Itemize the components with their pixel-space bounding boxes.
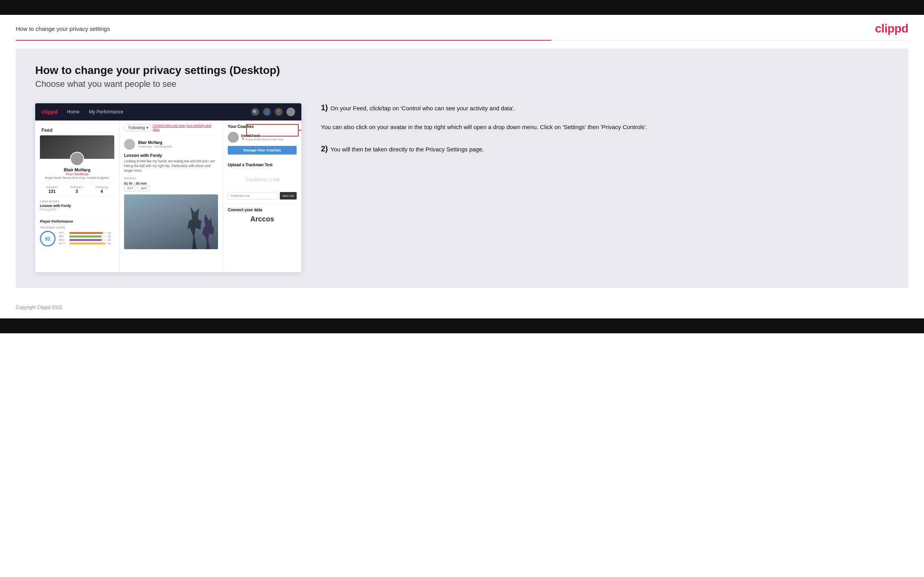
- post-body: Looking to feel like my hands are exitin…: [124, 159, 218, 173]
- instruction-number-1: 1): [321, 103, 328, 112]
- user-name: Blair McHarg: [40, 167, 114, 172]
- header-divider: [16, 40, 908, 41]
- trackman-input-row: Add Link: [228, 192, 297, 200]
- feed-header: Following ▾ Control who can see your act…: [119, 120, 223, 135]
- coach-row: David Ford 📍 Royal North Devon Golf Club: [228, 132, 297, 143]
- post-image: [124, 194, 218, 249]
- nav-my-performance[interactable]: My Performance: [89, 109, 123, 115]
- trackman-placeholder: Trackman Link: [228, 170, 297, 189]
- coach-name: David Ford: [241, 134, 283, 138]
- top-bar: [0, 0, 924, 15]
- main-content: How to change your privacy settings (Des…: [16, 49, 908, 288]
- feed-tab[interactable]: Feed: [35, 125, 119, 135]
- site-header: How to change your privacy settings clip…: [0, 15, 924, 40]
- post-title: Lesson with Fordy: [124, 153, 218, 158]
- footer-text: Copyright Clippd 2022: [16, 305, 62, 310]
- stat-followers: Followers 3: [70, 185, 83, 194]
- trackman-input[interactable]: [228, 192, 278, 200]
- connect-title: Connect your data: [228, 208, 297, 212]
- golfer-silhouette-2: [198, 214, 218, 249]
- person-icon[interactable]: 👤: [263, 108, 271, 116]
- bar-row: OTT 90: [59, 232, 114, 234]
- trackman-title: Upload a Trackman Test: [228, 163, 297, 167]
- feed-post: Blair McHarg Yesterday · Sunningdale Les…: [119, 135, 223, 253]
- app-body: Feed Blair McHarg Plus Handicap Royal No…: [35, 120, 301, 272]
- connect-section: Connect your data Arccos: [223, 204, 301, 227]
- post-badges: OTT APP: [124, 185, 218, 191]
- post-duration-label: Duration: [124, 176, 218, 180]
- app-navbar: clippd Home My Performance 🔍 👤 📍: [35, 103, 301, 120]
- control-privacy-link[interactable]: Control who can see your activity and da…: [153, 124, 218, 131]
- page-subheading: Choose what you want people to see: [35, 79, 889, 89]
- user-tag: Plus Handicap: [40, 172, 114, 176]
- coach-club: 📍 Royal North Devon Golf Club: [241, 138, 283, 141]
- page-breadcrumb: How to change your privacy settings: [16, 25, 110, 32]
- badge-app: APP: [138, 185, 150, 191]
- user-avatar-nav[interactable]: [286, 108, 295, 116]
- bar-row: APP 85: [59, 235, 114, 238]
- app-right-panel: Your Coaches David Ford 📍 Royal North De…: [223, 120, 301, 272]
- user-profile-card: Blair McHarg Plus Handicap Royal North D…: [35, 135, 119, 216]
- post-duration-value: 01 hr : 30 min: [124, 182, 218, 185]
- trackman-section: Upload a Trackman Test Trackman Link Add…: [223, 159, 301, 204]
- bar-row: ARG 86: [59, 239, 114, 241]
- player-performance: Player Performance Total Player Quality …: [35, 216, 119, 250]
- app-feed: Following ▾ Control who can see your act…: [119, 120, 223, 272]
- page-heading: How to change your privacy settings (Des…: [35, 64, 889, 77]
- user-avatar: [70, 152, 84, 166]
- location-icon[interactable]: 📍: [275, 108, 283, 116]
- instruction-text-1: On your Feed, click/tap on 'Control who …: [321, 105, 647, 130]
- instruction-number-2: 2): [321, 144, 328, 153]
- bottom-bar: [0, 318, 924, 333]
- clippd-logo: clippd: [875, 22, 908, 35]
- nav-home[interactable]: Home: [67, 109, 79, 115]
- search-icon[interactable]: 🔍: [251, 108, 259, 116]
- arccos-brand: Arccos: [228, 215, 297, 223]
- tpq-score: 92: [40, 231, 56, 246]
- bar-row: PUTT 96: [59, 242, 114, 245]
- app-screenshot: clippd Home My Performance 🔍 👤 📍 Feed: [35, 103, 301, 272]
- content-row: clippd Home My Performance 🔍 👤 📍 Feed: [35, 103, 889, 272]
- app-logo: clippd: [41, 109, 58, 115]
- nav-icons: 🔍 👤 📍: [251, 108, 295, 116]
- instruction-2: 2) You will then be taken directly to th…: [321, 144, 889, 154]
- instruction-1: 1) On your Feed, click/tap on 'Control w…: [321, 103, 889, 132]
- instructions: 1) On your Feed, click/tap on 'Control w…: [317, 103, 889, 167]
- latest-activity: Latest Activity Lesson with Fordy 03 Aug…: [40, 200, 114, 211]
- tpq-row: 92 OTT 90 APP 85 ARG: [40, 231, 114, 246]
- post-user-row: Blair McHarg Yesterday · Sunningdale: [124, 139, 218, 150]
- tpq-bars: OTT 90 APP 85 ARG 86: [59, 232, 114, 246]
- trackman-add-button[interactable]: Add Link: [280, 192, 297, 200]
- post-avatar: [124, 139, 135, 150]
- user-club: Royal North Devon Golf Club, United King…: [40, 176, 114, 180]
- manage-coaches-button[interactable]: Manage Your Coaches: [228, 146, 297, 155]
- stat-following: Following 4: [95, 185, 108, 194]
- instruction-text-2: You will then be taken directly to the P…: [330, 146, 484, 153]
- app-sidebar: Feed Blair McHarg Plus Handicap Royal No…: [35, 120, 119, 272]
- badge-ott: OTT: [124, 185, 136, 191]
- site-footer: Copyright Clippd 2022: [0, 296, 924, 318]
- user-banner: [40, 135, 114, 159]
- following-button[interactable]: Following ▾: [124, 124, 153, 131]
- coach-avatar: [228, 132, 239, 143]
- coaches-title: Your Coaches: [228, 124, 297, 129]
- stat-activities: Activities 131: [46, 185, 58, 194]
- user-stats: Activities 131 Followers 3 Following 4: [40, 183, 114, 196]
- coaches-section: Your Coaches David Ford 📍 Royal North De…: [223, 120, 301, 159]
- golfer-silhouette-1: [183, 206, 206, 249]
